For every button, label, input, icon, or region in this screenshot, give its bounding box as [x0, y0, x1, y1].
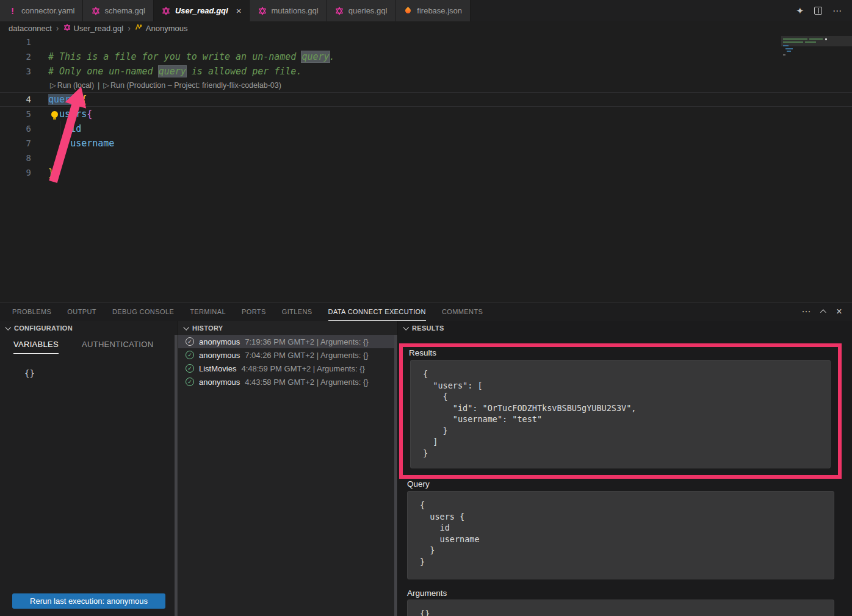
history-row[interactable]: ✓ anonymous 4:43:58 PM GMT+2 | Arguments…	[178, 375, 397, 389]
open-brace: {	[87, 109, 92, 120]
tab-label: User_read.gql	[175, 6, 228, 15]
highlighted-word: query	[301, 51, 329, 62]
history-item-meta: 4:48:59 PM GMT+2 | Arguments: {}	[241, 364, 364, 373]
minimap[interactable]	[781, 36, 852, 88]
history-item-name: anonymous	[199, 378, 240, 387]
breadcrumb-file-label: User_read.gql	[74, 24, 124, 33]
history-item-meta: 7:19:36 PM GMT+2 | Arguments: {}	[245, 337, 368, 346]
tab-bar-filler	[471, 0, 786, 21]
codelens-row: ▷Run (local) | ▷Run (Production – Projec…	[0, 79, 852, 92]
history-row[interactable]: ✓ ListMovies 4:48:59 PM GMT+2 | Argument…	[178, 362, 397, 375]
chevron-down-icon	[5, 324, 11, 331]
history-row[interactable]: ✓ anonymous 7:19:36 PM GMT+2 | Arguments…	[178, 335, 397, 348]
line-number: 6	[0, 121, 31, 136]
tab-ports[interactable]: PORTS	[242, 303, 266, 321]
check-circle-icon: ✓	[186, 378, 194, 386]
code-line-1: 1	[0, 35, 852, 49]
history-row[interactable]: ✓ anonymous 7:04:26 PM GMT+2 | Arguments…	[178, 348, 397, 362]
line-number: 4	[0, 93, 31, 106]
breadcrumb-file[interactable]: User_read.gql	[63, 24, 124, 33]
code-line-3: 3 # Only one un-named query is allowed p…	[0, 64, 852, 79]
history-title: HISTORY	[192, 324, 223, 332]
tab-mutations-gql[interactable]: mutations.gql	[250, 0, 327, 21]
panel-actions: ⋯ ×	[801, 303, 852, 321]
query-label: Query	[407, 479, 430, 489]
open-brace: {	[81, 94, 87, 105]
arguments-value: {}	[408, 600, 834, 616]
more-actions-icon[interactable]: ⋯	[832, 5, 842, 16]
rerun-last-execution-button[interactable]: Rerun last execution: anonymous	[12, 593, 165, 609]
history-item-name: ListMovies	[199, 364, 236, 373]
run-production-label: Run (Production – Project: friendly-flix…	[110, 79, 281, 92]
split-editor-icon[interactable]	[814, 7, 822, 15]
panel-body: CONFIGURATION VARIABLES AUTHENTICATION {…	[0, 321, 852, 616]
variables-value[interactable]: {}	[24, 368, 178, 378]
tab-label: queries.gql	[348, 6, 388, 15]
tab-label: schema.gql	[104, 6, 145, 15]
tab-output[interactable]: OUTPUT	[67, 303, 96, 321]
history-scrollbar[interactable]	[394, 335, 397, 616]
graphql-icon	[335, 6, 344, 15]
tab-variables[interactable]: VARIABLES	[13, 340, 59, 354]
comment-text: .	[330, 51, 335, 62]
results-highlight-box: Results { "users": [ { "id": "OrTucFODZH…	[399, 343, 842, 479]
highlighted-word: query	[159, 66, 186, 77]
run-local-label: Run (local)	[57, 79, 94, 92]
code-line-9: 9 }	[0, 165, 852, 180]
close-panel-icon[interactable]: ×	[836, 306, 842, 317]
tab-label: firebase.json	[417, 6, 462, 15]
history-header[interactable]: HISTORY	[178, 321, 397, 335]
tab-comments[interactable]: COMMENTS	[442, 303, 483, 321]
configuration-header[interactable]: CONFIGURATION	[0, 321, 178, 335]
tab-debug-console[interactable]: DEBUG CONSOLE	[112, 303, 174, 321]
tab-user-read-gql[interactable]: User_read.gql ×	[154, 0, 250, 21]
tab-schema-gql[interactable]: schema.gql	[83, 0, 153, 21]
close-brace: }	[59, 152, 65, 163]
tab-firebase-json[interactable]: firebase.json	[395, 0, 471, 21]
tab-problems[interactable]: PROBLEMS	[12, 303, 51, 321]
close-icon[interactable]: ×	[236, 6, 242, 15]
line-number: 7	[0, 136, 31, 151]
graphql-icon	[63, 24, 71, 33]
users-field: users	[59, 109, 87, 120]
tab-gitlens[interactable]: GITLENS	[282, 303, 312, 321]
results-content: Results { "users": [ { "id": "OrTucFODZH…	[398, 335, 852, 616]
graphql-icon	[162, 6, 171, 15]
query-box: { users { id username } }	[407, 491, 834, 579]
tab-connector-yaml[interactable]: ! connector.yaml	[0, 0, 83, 21]
username-field: username	[70, 138, 114, 149]
breadcrumb-symbol[interactable]: Anonymous	[135, 23, 188, 33]
history-item-meta: 7:04:26 PM GMT+2 | Arguments: {}	[245, 351, 368, 360]
graphql-icon	[91, 6, 100, 15]
run-production-codelens[interactable]: ▷Run (Production – Project: friendly-fli…	[103, 79, 281, 92]
results-header[interactable]: RESULTS	[398, 321, 852, 335]
configuration-title: CONFIGURATION	[14, 324, 73, 332]
configuration-scrollbar[interactable]	[175, 335, 178, 616]
configuration-section: CONFIGURATION VARIABLES AUTHENTICATION {…	[0, 321, 178, 616]
anonymous-symbol-icon	[135, 23, 143, 33]
tab-queries-gql[interactable]: queries.gql	[327, 0, 396, 21]
line-number: 5	[0, 107, 31, 121]
results-title: RESULTS	[412, 324, 444, 332]
maximize-panel-icon[interactable]	[820, 309, 826, 315]
tab-data-connect-execution[interactable]: DATA CONNECT EXECUTION	[328, 303, 426, 321]
lightbulb-icon[interactable]	[51, 111, 58, 118]
history-item-name: anonymous	[199, 337, 240, 346]
arguments-label: Arguments	[407, 589, 447, 598]
tab-authentication[interactable]: AUTHENTICATION	[82, 340, 153, 354]
editor-tab-bar: ! connector.yaml schema.gql User_read.gq…	[0, 0, 852, 21]
editor-actions: ✦ ⋯	[786, 0, 852, 21]
id-field: id	[70, 123, 81, 134]
tab-label: mutations.gql	[271, 6, 318, 15]
line-number: 8	[0, 151, 31, 165]
bottom-panel: PROBLEMS OUTPUT DEBUG CONSOLE TERMINAL P…	[0, 302, 852, 616]
run-local-codelens[interactable]: ▷Run (local)	[50, 79, 94, 92]
line-number: 2	[0, 49, 31, 64]
tab-terminal[interactable]: TERMINAL	[190, 303, 226, 321]
sparkle-icon[interactable]: ✦	[796, 5, 804, 16]
breadcrumb-dataconnect[interactable]: dataconnect	[9, 24, 52, 33]
code-editor[interactable]: 1 2 # This is a file for you to write an…	[0, 35, 852, 302]
close-brace: }	[48, 167, 54, 178]
panel-more-icon[interactable]: ⋯	[801, 306, 811, 317]
results-json: { "users": [ { "id": "OrTucFODZHTksvBSBU…	[411, 360, 830, 459]
